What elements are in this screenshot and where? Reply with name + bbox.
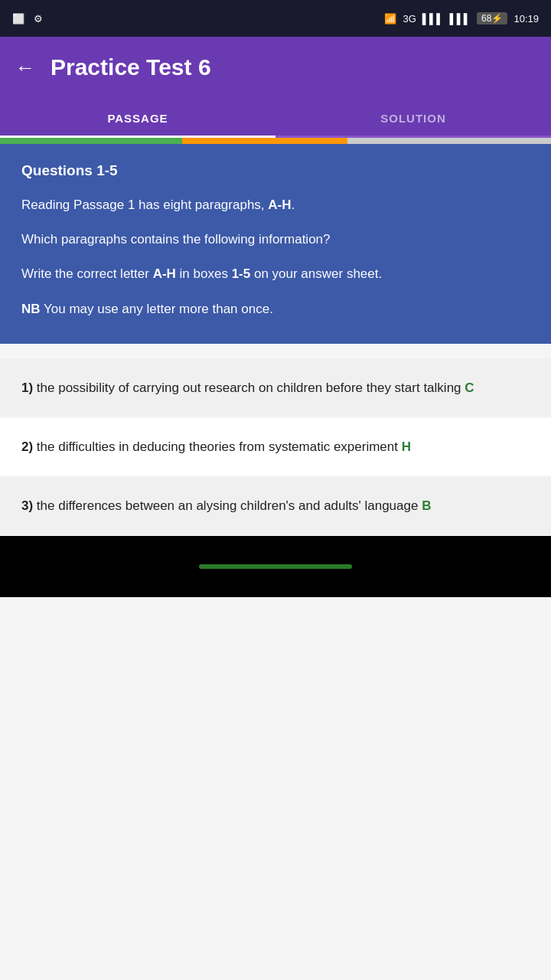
tab-bar: PASSAGE SOLUTION [0,98,551,138]
progress-remaining [347,138,551,144]
status-left-icons: ⬜ ⚙ [12,13,43,24]
bottom-bar-indicator [199,564,352,569]
instruction-line-4: NB You may use any letter more than once… [21,299,530,319]
content-gap [0,344,551,359]
question-item-3[interactable]: 3) the differences between an alysing ch… [0,477,551,534]
instruction-line-3: Write the correct letter A-H in boxes 1-… [21,263,530,284]
battery-label: 68⚡ [477,12,507,24]
signal-3g-label: 3G [403,13,416,24]
question-item-2[interactable]: 2) the difficulties in deducing theories… [0,418,551,475]
signal-bars-icon: ▌▌▌ [422,13,444,24]
back-button[interactable]: ← [15,57,35,77]
tab-solution[interactable]: SOLUTION [276,98,551,136]
question-text-3: the differences between an alysing child… [37,498,422,513]
question-answer-2: H [402,439,411,454]
app-header: ← Practice Test 6 [0,37,551,98]
page-title: Practice Test 6 [51,54,211,80]
question-number-3: 3) [21,498,33,513]
bottom-navigation-bar [0,536,551,597]
question-range-title: Questions 1-5 [21,162,530,179]
android-icon: ⚙ [34,13,43,24]
progress-green [0,138,182,144]
question-number-2: 2) [21,439,33,454]
question-answer-1: C [465,381,474,395]
progress-strip [0,138,551,144]
screen-icon: ⬜ [12,13,24,24]
question-instruction-block: Questions 1-5 Reading Passage 1 has eigh… [0,144,551,344]
signal-bars2-icon: ▌▌▌ [449,13,471,24]
tab-passage[interactable]: PASSAGE [0,98,276,136]
question-number-1: 1) [21,381,33,395]
instruction-line-1: Reading Passage 1 has eight paragraphs, … [21,194,530,215]
status-bar: ⬜ ⚙ 📶 3G ▌▌▌ ▌▌▌ 68⚡ 10:19 [0,0,551,37]
question-text-2: the difficulties in deducing theories fr… [37,439,402,454]
status-right-icons: 📶 3G ▌▌▌ ▌▌▌ 68⚡ 10:19 [384,12,539,24]
time-label: 10:19 [514,13,539,24]
progress-orange [182,138,347,144]
wifi-icon: 📶 [384,13,396,24]
question-text-1: the possibility of carrying out research… [37,381,465,395]
instruction-line-2: Which paragraphs contains the following … [21,229,530,250]
question-item-1[interactable]: 1) the possibility of carrying out resea… [0,359,551,416]
question-answer-3: B [422,498,431,513]
